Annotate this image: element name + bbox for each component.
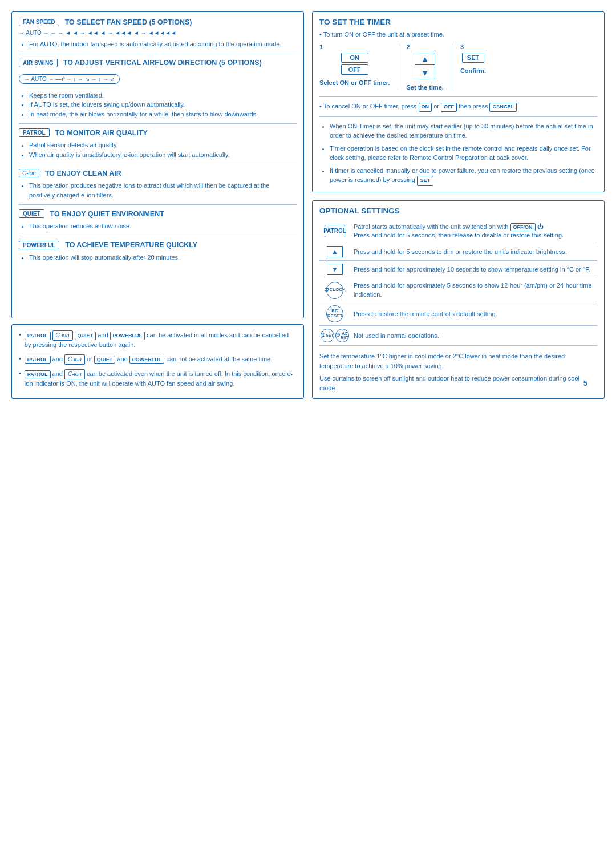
bottom-note-3: PATROL and C-ion can be activated even w… [19, 369, 297, 388]
opt-rc-reset-text: Press to restore the remote control's de… [350, 302, 597, 326]
timer-step-2: 2 ▲ ▼ Set the time. [406, 43, 443, 91]
air-swing-title: TO ADJUST VERTICAL AIRFLOW DIRECTION (5 … [63, 59, 262, 67]
fan-speed-notes: For AUTO, the indoor fan speed is automa… [19, 39, 297, 49]
quiet-heading: QUIET TO ENJOY QUIET ENVIRONMENT [19, 209, 297, 218]
patrol-title: TO MONITOR AIR QUALITY [55, 129, 148, 137]
powerful-heading: POWERFUL TO ACHIEVE TEMPERATURE QUICKLY [19, 241, 297, 249]
timer-down-button[interactable]: ▼ [415, 67, 435, 79]
quiet-title: TO ENJOY QUIET ENVIRONMENT [50, 210, 164, 218]
air-swing-diagram: → AUTO → —↱→ ↓ → ↘ → ↓ → ↙ [19, 71, 297, 87]
opt-row-rc-reset: RCRESET Press to restore the remote cont… [319, 302, 597, 326]
patrol-badge: PATROL [19, 128, 50, 137]
optional-title: OPTIONAL SETTINGS [319, 207, 597, 215]
optional-footer-notes: Set the temperature 1°C higher in cool m… [319, 352, 597, 393]
off-button[interactable]: OFF [341, 64, 368, 75]
c-ion-title: TO ENJOY CLEAN AIR [45, 169, 121, 177]
opt-down-icon: ▼ [327, 264, 343, 275]
powerful-badge: POWERFUL [19, 241, 59, 249]
page-number: 5 [583, 379, 587, 387]
timer-up-button[interactable]: ▲ [415, 53, 435, 65]
opt-row-clock: ⏱CLOCK Press and hold for approximately … [319, 278, 597, 302]
fan-speed-arrows: → AUTO → ← → ◄◄ → ◄◄◄ → ◄◄◄◄ → ◄◄◄◄◄ [19, 30, 297, 36]
opt-clock-text: Press and hold for approximately 5 secon… [350, 278, 597, 302]
patrol-notes: Patrol sensor detects air quality. When … [19, 140, 297, 159]
fan-speed-badge: FAN SPEED [19, 18, 59, 26]
timer-intro: • To turn ON or OFF the unit at a preset… [319, 31, 597, 38]
fan-speed-title: TO SELECT FAN SPEED (5 OPTIONS) [65, 18, 192, 26]
opt-row-patrol: PATROL Patrol starts automatically with … [319, 220, 597, 243]
patrol-heading: PATROL TO MONITOR AIR QUALITY [19, 128, 297, 137]
air-swing-badge: AIR SWING [19, 59, 58, 67]
left-bottom-notes: PATROL C-ion QUIET and POWERFUL can be a… [11, 324, 304, 399]
opt-rc-reset-icon: RCRESET [326, 305, 343, 322]
air-swing-heading: AIR SWING TO ADJUST VERTICAL AIRFLOW DIR… [19, 59, 297, 67]
opt-patrol-icon: PATROL [325, 225, 345, 237]
powerful-notes: This operation will stop automatically a… [19, 253, 297, 263]
opt-set-ac-text: Not used in normal operations. [350, 326, 597, 346]
bottom-note-1: PATROL C-ion QUIET and POWERFUL can be a… [19, 330, 297, 349]
optional-table: PATROL Patrol starts automatically with … [319, 220, 597, 346]
powerful-title: TO ACHIEVE TEMPERATURE QUICKLY [65, 241, 197, 249]
quiet-notes: This operation reduces airflow noise. [19, 221, 297, 231]
opt-row-set-ac-reset: ⏱SET ⏱AC RST Not used in normal operatio… [319, 326, 597, 346]
timer-set-button[interactable]: SET [462, 53, 484, 63]
c-ion-notes: This operation produces negative ions to… [19, 181, 297, 200]
opt-row-arrow-up: ▲ Press and hold for 5 seconds to dim or… [319, 243, 597, 261]
opt-clock-icon: ⏱CLOCK [326, 282, 343, 299]
timer-step-3: 3 SET Confirm. [460, 43, 486, 74]
c-ion-badge: C-ion [19, 169, 39, 177]
opt-set-icon: ⏱SET [321, 329, 334, 342]
opt-row-arrow-down: ▼ Press and hold for approximately 10 se… [319, 261, 597, 278]
timer-steps: 1 ON OFF Select ON or OFF timer. 2 ▲ ▼ [319, 43, 597, 91]
opt-up-icon: ▲ [327, 246, 343, 257]
timer-section: TO SET THE TIMER • To turn ON or OFF the… [312, 11, 605, 192]
air-swing-notes: Keeps the room ventilated. If AUTO is se… [19, 91, 297, 119]
timer-cancel-note: • To cancel ON or OFF timer, press ON or… [319, 102, 597, 112]
opt-arrow-up-text: Press and hold for 5 seconds to dim or r… [350, 243, 597, 261]
optional-settings-section: OPTIONAL SETTINGS PATROL Patrol starts a… [312, 200, 605, 399]
timer-notes: When ON Timer is set, the unit may start… [319, 122, 597, 186]
fan-speed-note-1: For AUTO, the indoor fan speed is automa… [29, 39, 297, 49]
opt-ac-reset-icon: ⏱AC RST [335, 329, 349, 342]
timer-step-1: 1 ON OFF Select ON or OFF timer. [319, 43, 390, 86]
timer-title: TO SET THE TIMER [319, 18, 597, 26]
bottom-note-2: PATROL and C-ion or QUIET and POWERFUL c… [19, 354, 297, 365]
c-ion-heading: C-ion TO ENJOY CLEAN AIR [19, 169, 297, 177]
opt-arrow-down-text: Press and hold for approximately 10 seco… [350, 261, 597, 278]
quiet-badge: QUIET [19, 209, 44, 218]
fan-speed-heading: FAN SPEED TO SELECT FAN SPEED (5 OPTIONS… [19, 18, 297, 26]
opt-patrol-text: Patrol starts automatically with the uni… [350, 220, 597, 243]
on-button[interactable]: ON [341, 53, 368, 63]
